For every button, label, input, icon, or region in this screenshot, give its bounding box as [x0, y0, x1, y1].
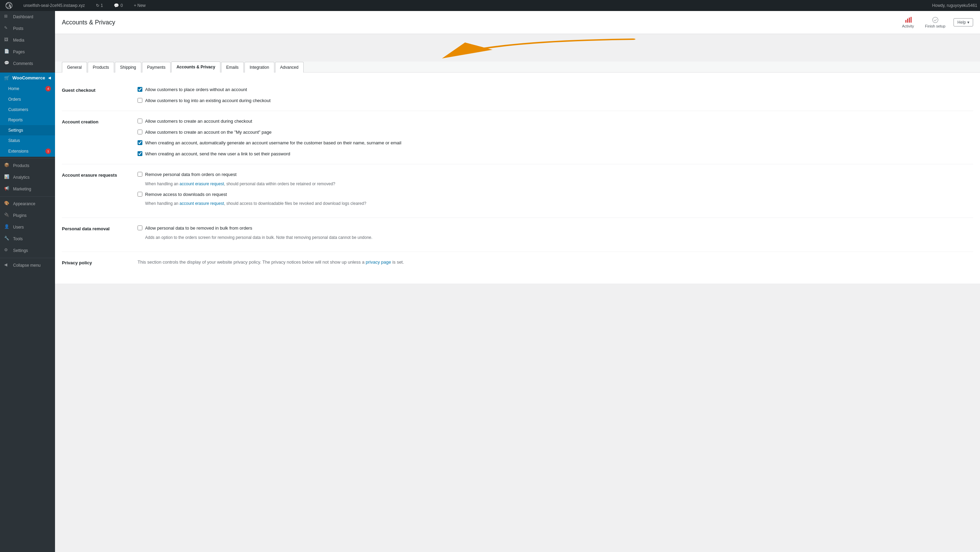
sidebar-item-media[interactable]: 🖼 Media	[0, 34, 55, 46]
create-checkout-label[interactable]: Allow customers to create an account dur…	[145, 118, 252, 125]
activity-button[interactable]: Activity	[899, 15, 917, 30]
finish-setup-icon	[932, 16, 939, 23]
checkbox-row: Allow personal data to be removed in bul…	[138, 225, 973, 232]
remove-access-downloads-label[interactable]: Remove access to downloads on request	[145, 191, 227, 198]
site-url: unselfish-seal-2cef45.instawp.xyz	[23, 3, 85, 8]
sidebar-item-settings-wp[interactable]: ⚙ Settings	[0, 245, 55, 256]
settings-tabs: General Products Shipping Payments Accou…	[55, 62, 980, 73]
tab-emails[interactable]: Emails	[221, 62, 244, 73]
sidebar-item-label: Users	[13, 225, 24, 230]
create-my-account-label[interactable]: Allow customers to create an account on …	[145, 129, 272, 136]
sidebar-item-comments[interactable]: 💬 Comments	[0, 58, 55, 70]
tab-products[interactable]: Products	[88, 62, 114, 73]
sidebar-item-posts[interactable]: ✎ Posts	[0, 23, 55, 34]
account-erasure-label: Account erasure requests	[62, 171, 130, 211]
guest-login-checkbox[interactable]	[138, 98, 142, 103]
sidebar-item-marketing[interactable]: 📢 Marketing	[0, 183, 55, 195]
sidebar-item-appearance[interactable]: 🎨 Appearance	[0, 198, 55, 210]
sidebar-item-collapse[interactable]: ◀ Collapse menu	[0, 260, 55, 271]
send-password-link-label[interactable]: When creating an account, send the new u…	[145, 151, 290, 157]
sidebar-item-reports[interactable]: Reports	[0, 115, 55, 125]
checkbox-row: When creating an account, automatically …	[138, 140, 973, 146]
comments-count: 0	[120, 3, 123, 8]
svg-rect-3	[909, 17, 910, 23]
guest-place-orders-checkbox[interactable]	[138, 87, 142, 92]
privacy-policy-label: Privacy policy	[62, 259, 130, 270]
woocommerce-label: WooCommerce	[13, 75, 45, 81]
account-erasure-link-2[interactable]: account erasure request	[180, 201, 224, 206]
sidebar-item-tools[interactable]: 🔧 Tools	[0, 233, 55, 245]
appearance-icon: 🎨	[4, 201, 10, 207]
comments-nav-icon: 💬	[4, 60, 10, 67]
sidebar-item-label: Home	[8, 86, 19, 91]
woocommerce-menu-header[interactable]: 🛒 WooCommerce ◀	[0, 73, 55, 83]
help-label: Help	[957, 20, 966, 25]
wp-logo-item[interactable]	[3, 0, 15, 11]
tab-integration[interactable]: Integration	[245, 62, 274, 73]
guest-place-orders-label[interactable]: Allow customers to place orders without …	[145, 86, 247, 93]
remove-bulk-orders-checkbox[interactable]	[138, 225, 142, 230]
sidebar-item-label: Customers	[8, 107, 28, 112]
sidebar-item-label: Tools	[13, 236, 23, 241]
sidebar-item-pages[interactable]: 📄 Pages	[0, 46, 55, 58]
sidebar-item-label: Status	[8, 138, 20, 143]
sidebar-item-customers[interactable]: Customers	[0, 105, 55, 115]
sidebar-item-label: Analytics	[13, 175, 30, 180]
extensions-badge: 1	[45, 149, 51, 154]
updates-item[interactable]: ↻ 1	[93, 0, 106, 11]
new-content-item[interactable]: + New	[131, 0, 148, 11]
auto-generate-username-checkbox[interactable]	[138, 140, 142, 145]
privacy-policy-description: This section controls the display of you…	[138, 259, 973, 266]
remove-personal-data-orders-checkbox[interactable]	[138, 172, 142, 177]
checkbox-row: Remove personal data from orders on requ…	[138, 171, 973, 178]
menu-separator-2	[0, 158, 55, 159]
checkbox-row: When creating an account, send the new u…	[138, 151, 973, 157]
account-erasure-link-1[interactable]: account erasure request	[180, 181, 224, 186]
admin-bar: unselfish-seal-2cef45.instawp.xyz ↻ 1 💬 …	[0, 0, 980, 11]
guest-checkout-content: Allow customers to place orders without …	[138, 86, 973, 104]
sidebar-item-status[interactable]: Status	[0, 135, 55, 146]
tab-shipping[interactable]: Shipping	[115, 62, 141, 73]
svg-rect-1	[905, 20, 907, 23]
tools-icon: 🔧	[4, 236, 10, 242]
sidebar-item-products[interactable]: 📦 Products	[0, 160, 55, 171]
sidebar-item-label: Appearance	[13, 201, 35, 206]
help-chevron-icon: ▾	[967, 20, 969, 25]
guest-login-label[interactable]: Allow customers to log into an existing …	[145, 97, 270, 104]
create-my-account-checkbox[interactable]	[138, 130, 142, 135]
remove-access-downloads-checkbox[interactable]	[138, 192, 142, 197]
remove-personal-data-orders-label[interactable]: Remove personal data from orders on requ…	[145, 171, 237, 178]
sidebar-item-extensions[interactable]: Extensions 1	[0, 146, 55, 157]
site-name-item[interactable]: unselfish-seal-2cef45.instawp.xyz	[21, 0, 88, 11]
create-checkout-checkbox[interactable]	[138, 119, 142, 124]
pages-icon: 📄	[4, 49, 10, 55]
sidebar-item-analytics[interactable]: 📊 Analytics	[0, 171, 55, 183]
sidebar-item-users[interactable]: 👤 Users	[0, 221, 55, 233]
privacy-page-link[interactable]: privacy page	[366, 260, 391, 265]
tab-payments[interactable]: Payments	[142, 62, 170, 73]
finish-setup-button[interactable]: Finish setup	[922, 15, 948, 30]
tab-accounts-privacy[interactable]: Accounts & Privacy	[171, 62, 220, 73]
checkbox-row: Allow customers to create an account dur…	[138, 118, 973, 125]
products-icon: 📦	[4, 163, 10, 169]
personal-data-content: Allow personal data to be removed in bul…	[138, 225, 973, 245]
comments-item[interactable]: 💬 0	[111, 0, 126, 11]
personal-data-label: Personal data removal	[62, 225, 130, 245]
menu-separator-3	[0, 196, 55, 197]
sidebar-item-label: Comments	[13, 61, 33, 66]
sidebar-item-plugins[interactable]: 🔌 Plugins	[0, 210, 55, 221]
sidebar-item-home[interactable]: Home 4	[0, 83, 55, 94]
tab-advanced[interactable]: Advanced	[275, 62, 304, 73]
send-password-link-checkbox[interactable]	[138, 151, 142, 156]
orange-arrow-svg	[55, 34, 980, 62]
tab-general[interactable]: General	[62, 62, 87, 73]
collapse-icon: ◀	[4, 262, 10, 268]
auto-generate-username-label[interactable]: When creating an account, automatically …	[145, 140, 401, 146]
main-content: Accounts & Privacy Activity	[55, 11, 980, 552]
sidebar-item-settings[interactable]: Settings	[0, 125, 55, 135]
sidebar-item-orders[interactable]: Orders	[0, 94, 55, 105]
help-button[interactable]: Help ▾	[953, 18, 973, 27]
settings-icon: ⚙	[4, 247, 10, 254]
remove-bulk-orders-label[interactable]: Allow personal data to be removed in bul…	[145, 225, 252, 232]
sidebar-item-dashboard[interactable]: ⊞ Dashboard	[0, 11, 55, 23]
